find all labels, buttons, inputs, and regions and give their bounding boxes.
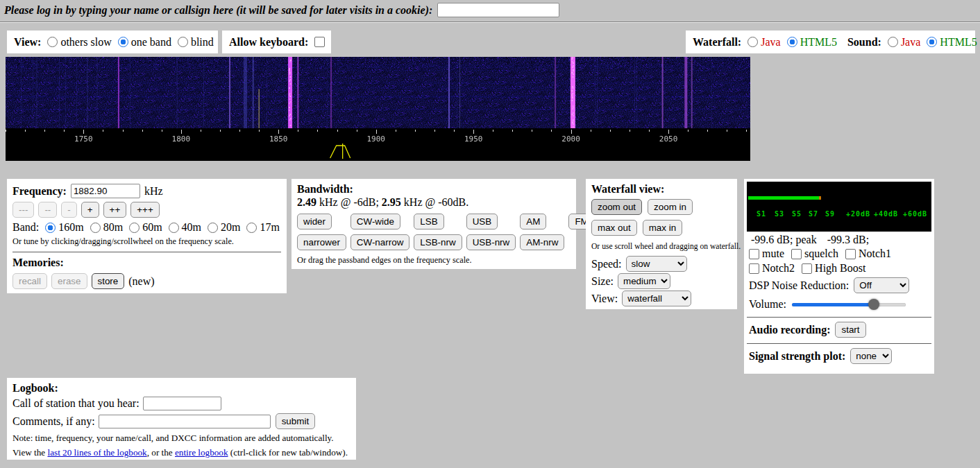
sound-mode-radio-java[interactable] xyxy=(888,37,898,47)
wf-view-label: View: xyxy=(591,293,618,305)
waterfall-mode-radio-html5[interactable] xyxy=(787,37,797,47)
wf-max-out-button[interactable]: max out xyxy=(591,220,637,236)
call-label: Call of station that you hear: xyxy=(12,397,140,410)
frequency-step-buttons: ------++++++ xyxy=(12,202,281,218)
audio-notch1-checkbox[interactable] xyxy=(845,249,856,259)
signal-plot-select[interactable]: none xyxy=(850,348,892,364)
bandwidth-60db-unit: kHz @ -60dB. xyxy=(401,196,468,208)
logbook-links-suffix: (ctrl-click for new tab/window). xyxy=(228,447,348,458)
bandwidth-wider-button[interactable]: wider xyxy=(297,214,332,229)
bandwidth-cw-wide-button[interactable]: CW-wide xyxy=(350,214,400,229)
wf-max-in-button[interactable]: max in xyxy=(643,220,682,236)
freq-step--button[interactable]: ++ xyxy=(103,202,127,218)
band-radio-60m[interactable] xyxy=(129,223,140,233)
s-meter-scale-s7: S7 xyxy=(809,210,818,218)
callsign-input[interactable] xyxy=(437,3,559,17)
band-radio-40m[interactable] xyxy=(169,223,179,233)
memory-erase-button[interactable]: erase xyxy=(51,273,87,289)
band-option-label-17m: 17m xyxy=(260,221,279,234)
freq-step--button[interactable]: + xyxy=(81,202,99,218)
logbook-label: Logbook: xyxy=(12,382,58,394)
bandwidth-usb-nrw-button[interactable]: USB-nrw xyxy=(466,234,516,250)
s-meter-scale-60db: +60dB xyxy=(903,210,927,218)
freq-step--button[interactable]: -- xyxy=(38,202,57,218)
login-bar: Please log in by typing your name or cal… xyxy=(0,0,980,20)
freq-step--button[interactable]: - xyxy=(61,202,76,218)
allow-keyboard-checkbox[interactable] xyxy=(314,37,325,47)
band-option-label-160m: 160m xyxy=(58,221,83,234)
wf-max-buttons: max outmax in xyxy=(591,220,732,236)
s-meter-scale-s1: S1 xyxy=(757,210,766,218)
websdr-page: Please log in by typing your name or cal… xyxy=(0,0,980,468)
frequency-input[interactable] xyxy=(71,184,140,198)
bandwidth-narrower-button[interactable]: narrower xyxy=(297,234,346,250)
logbook-links-line: View the last 20 lines of the logbook, o… xyxy=(12,447,350,458)
audio-notch2-checkbox[interactable] xyxy=(749,263,759,274)
bandwidth-cw-narrow-button[interactable]: CW-narrow xyxy=(350,234,409,250)
dsp-select[interactable]: Off xyxy=(854,277,909,293)
login-prompt: Please log in by typing your name or cal… xyxy=(4,4,432,17)
bandwidth-lsb-nrw-button[interactable]: LSB-nrw xyxy=(414,234,462,250)
logbook-view-prefix: View the xyxy=(12,447,47,458)
waterfall-mode-radio-group: JavaHTML5 xyxy=(741,36,837,49)
audio-high-boost-checkbox[interactable] xyxy=(802,263,812,274)
volume-slider[interactable] xyxy=(792,299,906,310)
call-input[interactable] xyxy=(143,397,221,410)
bandwidth-6db-unit: kHz @ -6dB; xyxy=(316,196,382,208)
memories-label: Memories: xyxy=(12,257,64,268)
band-radio-80m[interactable] xyxy=(90,223,101,233)
wf-zoom-out-button[interactable]: zoom out xyxy=(591,199,642,215)
view-option-label-others-slow: others slow xyxy=(60,36,111,49)
audio-squelch-checkbox[interactable] xyxy=(791,249,802,259)
waterfall-mode-radio-java[interactable] xyxy=(747,37,758,47)
band-radio-20m[interactable] xyxy=(208,223,218,233)
s-meter-scale-20db: +20dB xyxy=(846,210,870,218)
freq-step--button[interactable]: --- xyxy=(12,202,34,218)
frequency-panel: Frequency: kHz ------++++++ Band: 160m80… xyxy=(7,179,287,293)
bandwidth-values: 2.49 kHz @ -6dB; 2.95 kHz @ -60dB. xyxy=(297,196,571,209)
band-radio-160m[interactable] xyxy=(45,223,56,233)
logbook-submit-button[interactable]: submit xyxy=(276,413,315,429)
size-select[interactable]: medium xyxy=(618,273,670,289)
wf-zoom-in-button[interactable]: zoom in xyxy=(648,199,693,215)
volume-thumb[interactable] xyxy=(868,299,879,310)
view-radio-one-band[interactable] xyxy=(118,37,128,47)
size-label: Size: xyxy=(591,275,614,288)
comments-input[interactable] xyxy=(99,415,271,428)
logbook-panel: Logbook: Call of station that you hear: … xyxy=(7,378,356,460)
view-radio-group: others slowone bandblind xyxy=(41,36,213,49)
top-divider xyxy=(0,21,980,23)
memory-recall-button[interactable]: recall xyxy=(12,273,47,289)
logbook-last20-link[interactable]: last 20 lines of the logbook xyxy=(47,447,146,458)
dsp-label: DSP Noise Reduction: xyxy=(749,279,849,292)
bandwidth-panel: Bandwidth: 2.49 kHz @ -6dB; 2.95 kHz @ -… xyxy=(292,179,576,269)
band-radio-17m[interactable] xyxy=(246,223,257,233)
logbook-note: Note: time, frequency, your name/call, a… xyxy=(12,433,350,444)
waterfall-hint: Or use scroll wheel and dragging on wate… xyxy=(591,242,732,251)
s-meter-scale-40db: +40dB xyxy=(874,210,898,218)
sound-mode-radio-html5[interactable] xyxy=(927,37,937,47)
memory-store-button[interactable]: store xyxy=(92,273,125,289)
speed-select[interactable]: slow xyxy=(626,256,687,272)
bandwidth-lsb-button[interactable]: LSB xyxy=(414,214,443,229)
comments-label: Comments, if any: xyxy=(12,415,95,428)
freq-step--button[interactable]: +++ xyxy=(130,202,159,218)
view-radio-blind[interactable] xyxy=(178,37,188,47)
bandwidth-usb-button[interactable]: USB xyxy=(466,214,498,229)
keyboard-controls-box: Allow keyboard: xyxy=(222,31,331,53)
wf-view-select[interactable]: waterfall xyxy=(622,291,691,306)
bandwidth-label: Bandwidth: xyxy=(297,183,353,195)
recording-start-button[interactable]: start xyxy=(835,322,865,338)
band-option-label-20m: 20m xyxy=(221,221,240,234)
bandwidth-am-nrw-button[interactable]: AM-nrw xyxy=(520,234,564,250)
view-radio-others-slow[interactable] xyxy=(47,37,58,47)
logbook-entire-link[interactable]: entire logbook xyxy=(175,447,228,458)
audio-recording-label: Audio recording: xyxy=(749,324,830,336)
waterfall-canvas[interactable] xyxy=(6,57,750,161)
signal-plot-label: Signal strength plot: xyxy=(749,350,845,363)
waterfall-view-label: Waterfall view: xyxy=(591,183,664,195)
frequency-panel-divider xyxy=(12,252,281,252)
signal-level-text: -99.6 dB; peak xyxy=(751,234,817,246)
audio-mute-checkbox[interactable] xyxy=(749,249,759,259)
bandwidth-am-button[interactable]: AM xyxy=(520,214,546,229)
